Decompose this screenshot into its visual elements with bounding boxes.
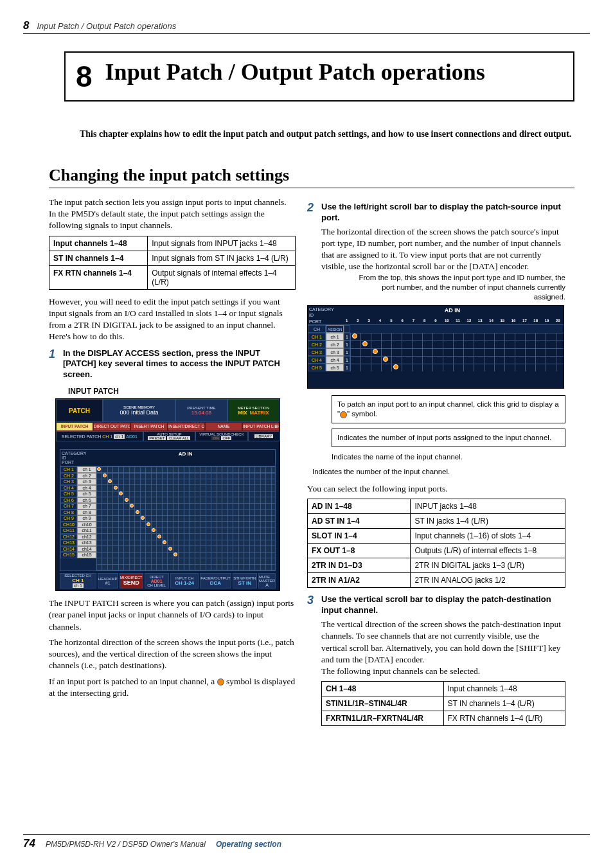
tab-insert-patch[interactable]: INSERT PATCH	[130, 422, 168, 431]
footer-section: Operating section	[216, 840, 281, 849]
cell: STIN1L/1R–STIN4L/4R	[322, 696, 444, 711]
patch-dot-icon[interactable]	[141, 516, 145, 520]
tab-insert-point[interactable]: INSERT/DIRECT OUT POINT	[168, 422, 205, 431]
footer-page-number: 74	[23, 837, 35, 850]
patch-grid-detail: CATEGORY ID PORT AD IN 12345678910111213…	[307, 305, 564, 389]
ss-patch-grid[interactable]: CATEGORY ID PORT AD IN CH 1ch 1CH 2ch 2C…	[60, 449, 276, 571]
label: PATCH	[69, 407, 90, 414]
patch-dot-icon[interactable]	[136, 510, 139, 514]
ss-top-bar: PATCH SCENE MEMORY 000 Initial Data PRES…	[56, 399, 280, 422]
cell: Input signals from INPUT jacks 1–48	[148, 236, 296, 251]
tab-name[interactable]: NAME	[205, 422, 242, 431]
ss-row-label: CH15ch15	[60, 552, 96, 558]
table-row: FX RTN channels 1–4Output signals of int…	[49, 265, 296, 289]
label: SELECTED PATCH	[62, 434, 102, 439]
patch-dot-icon[interactable]	[168, 547, 172, 551]
patch-dot-icon[interactable]	[362, 341, 368, 346]
table-row: AD ST IN 1–4ST IN jacks 1–4 (L/R)	[308, 514, 565, 529]
ss-row-label: CH 6ch 6	[60, 497, 96, 504]
input-patch-screenshot: PATCH SCENE MEMORY 000 Initial Data PRES…	[55, 398, 280, 591]
ss-fader-output[interactable]: FADER/OUTPUT DCA	[200, 573, 231, 589]
patch-dot-icon[interactable]	[173, 553, 177, 556]
ss-row-labels: CH 1ch 1CH 2ch 2CH 3ch 3CH 4ch 4CH 5ch 5…	[60, 466, 96, 571]
tab-library[interactable]: INPUT PATCH LIBRARY	[242, 422, 280, 431]
port-number: 11	[452, 319, 463, 324]
chapter-intro-text: This chapter explains how to edit the in…	[80, 129, 571, 139]
screenshot-caption: INPUT PATCH	[68, 387, 296, 396]
ss-row-label: CH13ch13	[60, 540, 96, 546]
cell: Outputs (L/R) of internal effects 1–8	[411, 544, 565, 558]
ss-row-label: CH 9ch 9	[60, 515, 96, 522]
mix-button[interactable]: MIX	[238, 410, 247, 416]
patch-dot-icon[interactable]	[147, 522, 150, 526]
default-patch-table: Input channels 1–48Input signals from IN…	[49, 236, 296, 290]
tab-input-patch[interactable]: INPUT PATCH	[56, 422, 93, 431]
clear-all-button[interactable]: CLEAR ALL	[167, 436, 190, 440]
left-p5: If an input port is patched to an input …	[49, 676, 296, 699]
patch-dot-icon[interactable]	[114, 486, 118, 490]
step3-body-b: The following input channels can be sele…	[321, 666, 565, 677]
ss-row-label: CH14ch14	[60, 546, 96, 553]
matrix-button[interactable]: MATRIX	[250, 410, 269, 416]
mini-adin: AD IN 1234567891011121314151617181920	[341, 306, 564, 324]
label: PORT	[62, 460, 87, 465]
on-button[interactable]: ON	[211, 436, 220, 440]
footer-book-title: PM5D/PM5D-RH V2 / DSP5D Owner's Manual	[46, 840, 206, 849]
cell: INPUT jacks 1–48	[411, 499, 565, 514]
value: 15:04:08	[191, 410, 211, 416]
preset-button[interactable]: PRESET	[148, 436, 166, 440]
cell: 2TR IN ANALOG jacks 1/2	[411, 573, 565, 588]
value: CH 1	[72, 578, 84, 583]
left-p3: The INPUT PATCH screen is where you can …	[49, 598, 296, 633]
ss-bottom-bar: SELECTED CH CH 1 ch 1 HEADAMP #1 MIX/DIR…	[60, 573, 276, 589]
text: If an input port is patched to an input …	[49, 677, 217, 686]
ss-library-button[interactable]: LIBRARY	[248, 431, 280, 441]
ss-stin-fxrtn[interactable]: STIN/FXRTN ST IN	[233, 573, 257, 589]
table-row: FXRTN1L/1R–FXRTN4L/4RFX RTN channels 1–4…	[322, 711, 565, 726]
header-page-number: 8	[23, 19, 29, 32]
patch-dot-icon[interactable]	[152, 528, 155, 532]
tab-direct-out[interactable]: DIRECT OUT PATCH	[93, 422, 130, 431]
section-heading: Changing the input patch settings	[49, 166, 574, 188]
step-3: 3 Use the vertical scroll bar to display…	[307, 594, 565, 616]
patch-dot-icon[interactable]	[163, 540, 166, 544]
value: DCA	[210, 580, 221, 586]
mini-row: CH 1ch 11	[308, 333, 564, 341]
patch-dot-icon[interactable]	[352, 333, 357, 339]
port-number: 8	[419, 319, 430, 324]
category-label: CATEGORY ID PORT	[62, 451, 87, 465]
ss-input-ch[interactable]: INPUT CH CH 1-24	[170, 573, 199, 589]
patch-dot-icon[interactable]	[103, 474, 107, 477]
label: CH LEVEL	[147, 583, 166, 587]
ss-matrix[interactable]	[96, 466, 275, 571]
ad-in-label: AD IN	[179, 451, 193, 457]
patch-dot-icon[interactable]	[108, 479, 112, 483]
patch-dot-icon[interactable]	[383, 357, 388, 362]
ss-mute-master[interactable]: MUTE MASTER A	[258, 573, 276, 589]
input-channels-table: CH 1–48Input channels 1–48 STIN1L/1R–STI…	[321, 681, 565, 726]
patch-dot-icon[interactable]	[119, 492, 123, 495]
off-button[interactable]: OFF	[221, 436, 231, 440]
patch-dot-icon[interactable]	[130, 504, 134, 508]
patch-dot-icon	[340, 411, 347, 418]
cell: 2TR IN D1–D3	[308, 558, 411, 573]
callout-stack: To patch an input port to an input chann…	[332, 395, 565, 477]
page-footer: 74 PM5D/PM5D-RH V2 / DSP5D Owner's Manua…	[23, 834, 590, 850]
callout-num-ports: Indicates the number of input ports assi…	[332, 429, 565, 447]
patch-dot-icon[interactable]	[125, 498, 129, 502]
port-number: 13	[475, 319, 486, 324]
cell: ST IN jacks 1–4 (L/R)	[411, 514, 565, 529]
port-number: 7	[408, 319, 419, 324]
patch-dot-icon[interactable]	[157, 535, 161, 538]
ss-send-button[interactable]: MIX/DIRECT SEND	[120, 573, 143, 589]
patch-dot-icon[interactable]	[393, 364, 398, 369]
mini-rows: CHASSIGNCH 1ch 11CH 2ch 21CH 3ch 31CH 4c…	[308, 325, 564, 388]
table-row: Input channels 1–48Input signals from IN…	[49, 236, 296, 251]
ss-info-row: SELECTED PATCH CH 1 ch 1 AD01 AUTO SETUP…	[56, 431, 280, 441]
left-p2: However, you will need to edit the input…	[49, 296, 296, 343]
chapter-title-box: 8 Input Patch / Output Patch operations	[64, 51, 574, 102]
patch-dot-icon[interactable]	[97, 467, 101, 471]
patch-dot-icon[interactable]	[373, 349, 378, 354]
label: AD IN	[445, 307, 461, 314]
step-number: 3	[307, 594, 316, 616]
